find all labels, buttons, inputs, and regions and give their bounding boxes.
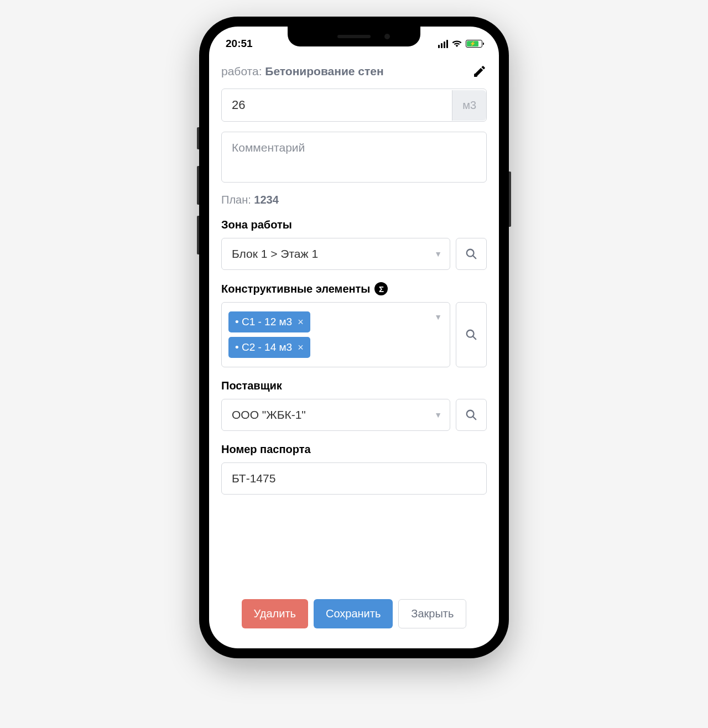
zone-row: Блок 1 > Этаж 1 ▼ xyxy=(221,238,487,270)
phone-screen: 20:51 ⚡ работа: Бетонирование стен xyxy=(209,27,499,648)
phone-side-button xyxy=(197,166,199,205)
chevron-down-icon: ▼ xyxy=(434,410,442,419)
edit-button[interactable] xyxy=(472,64,487,79)
plan-info: План: 1234 xyxy=(221,194,487,206)
phone-side-button xyxy=(509,171,511,227)
battery-icon: ⚡ xyxy=(466,40,482,48)
chevron-down-icon: ▼ xyxy=(434,313,442,321)
supplier-label: Поставщик xyxy=(221,379,487,392)
svg-line-5 xyxy=(473,417,476,420)
zone-label: Зона работы xyxy=(221,219,487,231)
svg-line-1 xyxy=(473,256,476,259)
passport-label: Номер паспорта xyxy=(221,443,487,456)
form-content: работа: Бетонирование стен м3 Комментари… xyxy=(209,54,499,648)
phone-notch xyxy=(288,27,420,46)
work-title: работа: Бетонирование стен xyxy=(221,65,384,78)
delete-button[interactable]: Удалить xyxy=(242,599,308,628)
passport-input[interactable]: БТ-1475 xyxy=(221,462,487,495)
signal-icon xyxy=(438,40,448,48)
zone-selected: Блок 1 > Этаж 1 xyxy=(222,238,434,269)
work-label: работа: xyxy=(221,65,262,77)
form-header: работа: Бетонирование стен xyxy=(221,64,487,79)
elements-row: ▼ • С1 - 12 м3 × • С2 - 14 м3 × xyxy=(221,302,487,367)
elements-label: Конструктивные элементы Σ xyxy=(221,282,487,295)
svg-line-3 xyxy=(473,336,476,340)
elements-label-text: Конструктивные элементы xyxy=(221,283,370,295)
element-tag-text: • С2 - 14 м3 xyxy=(235,341,292,353)
tag-remove-icon[interactable]: × xyxy=(298,342,304,353)
element-tag: • С1 - 12 м3 × xyxy=(228,311,310,332)
status-indicators: ⚡ xyxy=(438,40,482,48)
chevron-down-icon: ▼ xyxy=(434,249,442,258)
comment-textarea[interactable]: Комментарий xyxy=(221,132,487,183)
zone-search-button[interactable] xyxy=(456,238,487,270)
status-time: 20:51 xyxy=(226,38,253,50)
quantity-input[interactable] xyxy=(222,89,452,121)
quantity-field: м3 xyxy=(221,89,487,122)
phone-side-button xyxy=(197,127,199,149)
elements-multiselect[interactable]: ▼ • С1 - 12 м3 × • С2 - 14 м3 × xyxy=(221,302,450,367)
plan-value: 1234 xyxy=(254,194,279,206)
save-button[interactable]: Сохранить xyxy=(314,599,393,628)
elements-search-button[interactable] xyxy=(456,302,487,367)
spacer xyxy=(221,507,487,599)
wifi-icon xyxy=(451,40,462,48)
zone-select[interactable]: Блок 1 > Этаж 1 ▼ xyxy=(221,238,450,270)
element-tag-text: • С1 - 12 м3 xyxy=(235,316,292,328)
supplier-search-button[interactable] xyxy=(456,399,487,431)
plan-label: План: xyxy=(221,194,251,206)
supplier-selected: ООО "ЖБК-1" xyxy=(222,399,434,430)
work-value: Бетонирование стен xyxy=(265,65,383,77)
footer-buttons: Удалить Сохранить Закрыть xyxy=(221,599,487,648)
phone-side-button xyxy=(197,216,199,254)
tag-remove-icon[interactable]: × xyxy=(298,316,304,328)
phone-frame: 20:51 ⚡ работа: Бетонирование стен xyxy=(199,17,509,658)
element-tag: • С2 - 14 м3 × xyxy=(228,337,310,358)
sigma-icon[interactable]: Σ xyxy=(374,282,388,295)
close-button[interactable]: Закрыть xyxy=(398,599,466,628)
supplier-row: ООО "ЖБК-1" ▼ xyxy=(221,399,487,431)
quantity-unit: м3 xyxy=(452,90,486,121)
supplier-select[interactable]: ООО "ЖБК-1" ▼ xyxy=(221,399,450,431)
